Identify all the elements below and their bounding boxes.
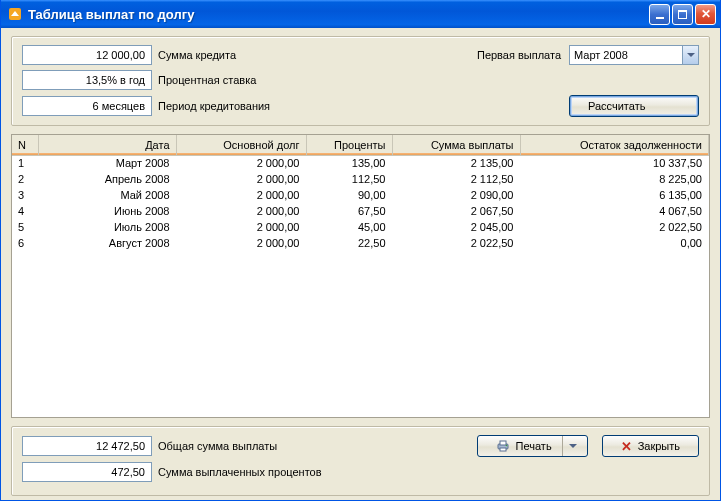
cell-interest: 67,50: [306, 203, 392, 219]
close-window-button[interactable]: ✕: [695, 4, 716, 25]
loan-amount-input[interactable]: [22, 45, 152, 65]
cell-balance: 6 135,00: [520, 187, 709, 203]
table-row[interactable]: 6Август 20082 000,0022,502 022,500,00: [12, 235, 709, 251]
cell-interest: 45,00: [306, 219, 392, 235]
table-row[interactable]: 3Май 20082 000,0090,002 090,006 135,00: [12, 187, 709, 203]
cell-payment: 2 135,00: [392, 155, 520, 171]
cell-balance: 8 225,00: [520, 171, 709, 187]
app-icon: [7, 6, 23, 22]
first-payment-label: Первая выплата: [477, 49, 561, 61]
cell-principal: 2 000,00: [176, 187, 306, 203]
grid-header-row: N Дата Основной долг Проценты Сумма выпл…: [12, 135, 709, 155]
loan-amount-label: Сумма кредита: [158, 49, 236, 61]
cell-principal: 2 000,00: [176, 203, 306, 219]
table-row[interactable]: 2Апрель 20082 000,00112,502 112,508 225,…: [12, 171, 709, 187]
chevron-down-icon[interactable]: [682, 46, 698, 64]
cell-date: Июль 2008: [38, 219, 176, 235]
cell-n: 2: [12, 171, 38, 187]
close-button-label: Закрыть: [638, 440, 680, 452]
cell-interest: 135,00: [306, 155, 392, 171]
cell-n: 6: [12, 235, 38, 251]
window-buttons: ✕: [649, 4, 716, 25]
print-dropdown-arrow[interactable]: [562, 436, 583, 456]
cell-interest: 90,00: [306, 187, 392, 203]
total-payment-output: [22, 436, 152, 456]
cell-date: Июнь 2008: [38, 203, 176, 219]
cell-date: Август 2008: [38, 235, 176, 251]
cell-principal: 2 000,00: [176, 171, 306, 187]
minimize-button[interactable]: [649, 4, 670, 25]
table-row[interactable]: 1Март 20082 000,00135,002 135,0010 337,5…: [12, 155, 709, 171]
cell-n: 3: [12, 187, 38, 203]
first-payment-value: Март 2008: [574, 49, 682, 61]
period-input[interactable]: [22, 96, 152, 116]
titlebar[interactable]: Таблица выплат по долгу ✕: [1, 0, 720, 28]
cell-date: Май 2008: [38, 187, 176, 203]
table-row[interactable]: 5Июль 20082 000,0045,002 045,002 022,50: [12, 219, 709, 235]
cell-interest: 22,50: [306, 235, 392, 251]
svg-point-4: [505, 445, 507, 447]
cell-interest: 112,50: [306, 171, 392, 187]
col-header-principal[interactable]: Основной долг: [176, 135, 306, 155]
print-button-label: Печать: [516, 440, 552, 452]
print-button[interactable]: Печать: [477, 435, 588, 457]
close-button[interactable]: ✕ Закрыть: [602, 435, 699, 457]
calculate-button[interactable]: Рассчитать: [569, 95, 699, 117]
svg-rect-3: [500, 448, 506, 451]
payments-grid[interactable]: N Дата Основной долг Проценты Сумма выпл…: [11, 134, 710, 418]
col-header-n[interactable]: N: [12, 135, 38, 155]
rate-input[interactable]: [22, 70, 152, 90]
close-icon: ✕: [621, 440, 632, 453]
cell-n: 1: [12, 155, 38, 171]
col-header-payment[interactable]: Сумма выплаты: [392, 135, 520, 155]
cell-principal: 2 000,00: [176, 155, 306, 171]
first-payment-select[interactable]: Март 2008: [569, 45, 699, 65]
svg-rect-2: [500, 441, 506, 445]
total-interest-label: Сумма выплаченных процентов: [158, 466, 322, 478]
col-header-date[interactable]: Дата: [38, 135, 176, 155]
cell-n: 4: [12, 203, 38, 219]
inputs-group: Сумма кредита Первая выплата Март 2008 П…: [11, 36, 710, 126]
cell-balance: 4 067,50: [520, 203, 709, 219]
calculate-button-label: Рассчитать: [588, 100, 645, 112]
maximize-button[interactable]: [672, 4, 693, 25]
col-header-interest[interactable]: Проценты: [306, 135, 392, 155]
total-payment-label: Общая сумма выплаты: [158, 440, 277, 452]
footer-group: Общая сумма выплаты Печать: [11, 426, 710, 496]
table-row[interactable]: 4Июнь 20082 000,0067,502 067,504 067,50: [12, 203, 709, 219]
col-header-balance[interactable]: Остаток задолженности: [520, 135, 709, 155]
cell-balance: 10 337,50: [520, 155, 709, 171]
cell-principal: 2 000,00: [176, 235, 306, 251]
client-area: Сумма кредита Первая выплата Март 2008 П…: [1, 28, 720, 501]
cell-principal: 2 000,00: [176, 219, 306, 235]
cell-payment: 2 112,50: [392, 171, 520, 187]
cell-payment: 2 090,00: [392, 187, 520, 203]
cell-date: Апрель 2008: [38, 171, 176, 187]
cell-n: 5: [12, 219, 38, 235]
cell-payment: 2 067,50: [392, 203, 520, 219]
rate-label: Процентная ставка: [158, 74, 256, 86]
cell-payment: 2 045,00: [392, 219, 520, 235]
cell-balance: 2 022,50: [520, 219, 709, 235]
cell-date: Март 2008: [38, 155, 176, 171]
total-interest-output: [22, 462, 152, 482]
cell-payment: 2 022,50: [392, 235, 520, 251]
window-title: Таблица выплат по долгу: [28, 7, 649, 22]
printer-icon: [496, 439, 510, 453]
cell-balance: 0,00: [520, 235, 709, 251]
period-label: Период кредитования: [158, 100, 270, 112]
window: Таблица выплат по долгу ✕ Сумма кредита …: [0, 0, 721, 501]
